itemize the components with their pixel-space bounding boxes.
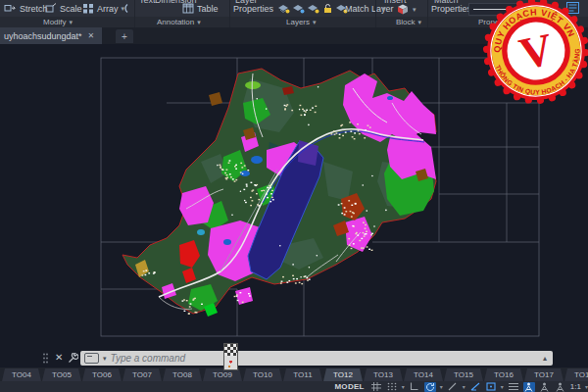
chevron-down-icon: ▾ <box>313 19 317 25</box>
chevron-down-icon: ▾ <box>418 19 422 25</box>
new-tab-button[interactable]: + <box>116 29 133 43</box>
chevron-down-icon[interactable]: ▾ <box>501 383 504 390</box>
close-icon[interactable]: ✕ <box>88 31 95 40</box>
layout-tab-to05[interactable]: TO05 <box>42 368 81 381</box>
scale-button[interactable]: Scale <box>45 3 82 14</box>
annotation-autoscale-toggle[interactable] <box>539 382 551 392</box>
layout-tab-to10[interactable]: TO10 <box>243 368 282 381</box>
layout-tab-to15[interactable]: TO15 <box>444 368 483 381</box>
layout-tab-to17[interactable]: TO17 <box>524 368 564 381</box>
object-snap-toggle[interactable] <box>485 382 497 392</box>
layout-tab-to08[interactable]: TO08 <box>163 368 202 381</box>
layer-tools <box>277 4 348 14</box>
chevron-down-icon[interactable]: ▾ <box>402 383 405 390</box>
stretch-button[interactable]: Stretch <box>4 3 48 14</box>
chevron-down-icon[interactable]: ▾ <box>103 355 107 363</box>
chevron-down-icon: ▾ <box>197 19 201 25</box>
caret-up-icon[interactable]: ▴ <box>543 354 549 363</box>
status-bar: MODEL ▾ ▾ ▾ ▾ <box>0 381 588 392</box>
quyhoach-vietvn-logo: QUY HOẠCH VIỆT VN THÔNG TIN QUY HOẠCH - … <box>480 0 588 107</box>
polar-tracking-toggle[interactable] <box>424 382 436 392</box>
match-properties-button[interactable]: Properties <box>431 4 471 14</box>
layout-tab-bar: TO04 TO05 TO06 TO07 TO08 TO09 TO10 TO11 … <box>0 368 588 381</box>
panel-separator <box>375 0 376 27</box>
panel-separator <box>427 0 428 27</box>
map-thumbnail-artifact <box>223 343 238 370</box>
snap-mode-toggle[interactable] <box>386 382 398 392</box>
annotation-visibility-toggle[interactable] <box>523 382 535 392</box>
command-placeholder: Type a command <box>111 353 539 364</box>
block-tool-button[interactable]: ▾ <box>396 3 416 15</box>
cyan-pond <box>197 229 205 235</box>
layers-panel-label[interactable]: Layers ▾ <box>286 17 317 27</box>
stretch-icon <box>4 3 17 14</box>
isodraft-toggle[interactable] <box>447 382 459 392</box>
layout-tab-to13[interactable]: TO13 <box>364 368 403 381</box>
scale-icon <box>45 3 57 14</box>
annotation-panel-label[interactable]: Annotation ▾ <box>157 17 201 27</box>
layer-unlock-icon[interactable] <box>321 4 333 14</box>
file-tab-active[interactable]: uyhoachsudungdat* ✕ <box>0 27 102 44</box>
layout-tab-to06[interactable]: TO06 <box>82 368 122 381</box>
close-icon[interactable]: ✕ <box>55 352 63 363</box>
command-icon[interactable] <box>84 353 99 364</box>
layer-on-icon[interactable] <box>277 4 290 14</box>
object-snap-tracking-toggle[interactable] <box>469 382 481 392</box>
panel-separator <box>134 0 135 27</box>
modify-panel-label[interactable]: Modify ▾ <box>43 17 73 27</box>
fillet-button[interactable] <box>119 3 129 14</box>
command-input[interactable]: ▾ Type a command ▴ <box>80 351 553 366</box>
layout-tab-to14[interactable]: TO14 <box>404 368 443 381</box>
layout-tab-to18[interactable]: TO18 <box>564 368 588 381</box>
command-line-row: ✕ ▾ Type a command ▴ <box>0 349 588 368</box>
lineweight-toggle[interactable] <box>508 382 519 392</box>
chevron-down-icon[interactable]: ▾ <box>440 383 443 390</box>
block-icon <box>396 3 410 15</box>
layout-tab-to12[interactable]: TO12 <box>323 368 363 381</box>
grid-display-toggle[interactable] <box>370 382 382 392</box>
fillet-icon <box>119 3 129 14</box>
ortho-mode-toggle[interactable] <box>409 382 420 392</box>
wrench-icon[interactable] <box>68 353 78 364</box>
layout-tab-to11[interactable]: TO11 <box>283 368 322 381</box>
table-button[interactable]: Table <box>182 3 219 14</box>
layout-tab-to04[interactable]: TO04 <box>2 368 41 381</box>
chevron-down-icon: ▾ <box>413 6 416 13</box>
chevron-down-icon: ▾ <box>382 5 386 12</box>
autocad-window: Stretch Scale Array ▾ Modify ▾ <box>0 0 588 392</box>
layer-properties-button[interactable]: Properties <box>233 4 273 14</box>
logo-stamp: QUY HOẠCH VIỆT VN THÔNG TIN QUY HOẠCH - … <box>480 0 588 107</box>
layout-tab-to16[interactable]: TO16 <box>484 368 523 381</box>
layer-freeze-icon[interactable] <box>292 4 305 14</box>
model-space-button[interactable]: MODEL <box>334 382 364 391</box>
layout-tab-to07[interactable]: TO07 <box>122 368 162 381</box>
match-layer-button[interactable]: Match Layer <box>345 4 394 14</box>
panel-separator <box>229 0 230 27</box>
file-tab-title: uyhoachsudungdat* <box>4 31 82 41</box>
annotation-scale-icon[interactable] <box>555 382 566 392</box>
insert-chevron[interactable]: ▾ <box>382 5 386 12</box>
block-panel-label[interactable]: Block ▾ <box>396 17 421 27</box>
chevron-down-icon: ▾ <box>70 19 74 25</box>
text-button-cut[interactable]: Text <box>139 0 156 5</box>
layer-isolate-icon[interactable] <box>307 4 319 14</box>
annotation-scale-value[interactable]: 1:1 <box>570 382 581 391</box>
drag-handle-icon[interactable] <box>43 353 48 364</box>
lime-patch <box>245 81 261 89</box>
chevron-down-icon[interactable]: ▾ <box>463 383 466 390</box>
table-icon <box>182 3 194 14</box>
array-icon <box>82 3 94 14</box>
